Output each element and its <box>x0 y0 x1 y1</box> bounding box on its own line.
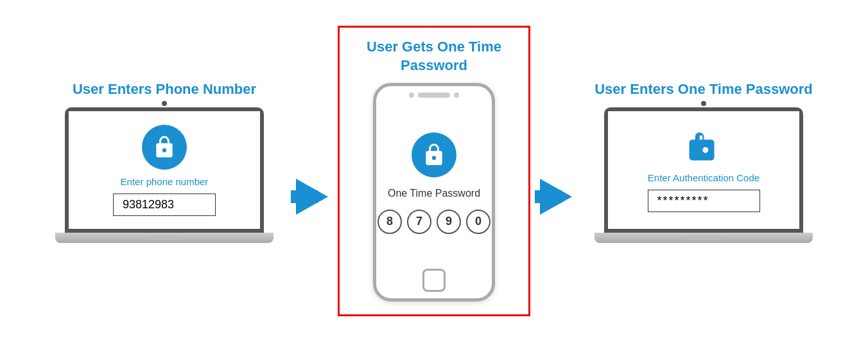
unlock-icon-container <box>686 128 722 166</box>
phone-top-bar <box>376 86 492 98</box>
laptop-screen-inner-1: Enter phone number <box>69 111 260 229</box>
phone-device: One Time Password 8 7 9 0 <box>373 83 495 302</box>
otp-digit-2: 7 <box>407 210 431 234</box>
section-phone-number: User Enters Phone Number Enter phone num… <box>42 80 286 262</box>
arrow-1-container <box>286 179 338 215</box>
laptop-camera-3 <box>701 101 706 106</box>
arrow-2 <box>540 179 572 215</box>
lock-icon-2 <box>422 143 446 167</box>
laptop-screen-outer-1: Enter phone number <box>65 107 264 233</box>
otp-digit-1: 8 <box>378 210 402 234</box>
phone-number-label: Enter phone number <box>121 176 209 187</box>
arrow-2-container <box>530 179 582 215</box>
lock-icon-1 <box>152 135 177 159</box>
otp-digit-3: 9 <box>437 210 461 234</box>
section1-title: User Enters Phone Number <box>73 80 256 99</box>
lock-icon-circle-2 <box>412 132 456 177</box>
phone-number-input[interactable] <box>113 194 216 216</box>
section2-title: User Gets One Time Password <box>346 38 522 75</box>
laptop-screen-inner-2: Enter Authentication Code <box>608 111 799 229</box>
otp-digits-container: 8 7 9 0 <box>378 210 490 234</box>
laptop-screen-outer-2: Enter Authentication Code <box>604 107 803 233</box>
arrow-1 <box>296 179 328 215</box>
laptop-device-1: Enter phone number <box>55 107 273 262</box>
section3-title: User Enters One Time Password <box>595 80 813 99</box>
laptop-base-2 <box>595 233 813 243</box>
phone-home-button <box>422 269 446 292</box>
section-otp-phone: User Gets One Time Password One Time Pas… <box>338 26 530 316</box>
otp-label: One Time Password <box>388 188 480 199</box>
laptop-base-1 <box>55 233 273 243</box>
otp-digit-4: 0 <box>466 210 490 234</box>
laptop-device-2: Enter Authentication Code <box>595 107 813 262</box>
phone-camera-2 <box>454 93 459 98</box>
unlock-icon <box>686 128 722 163</box>
laptop-camera-1 <box>162 101 167 106</box>
section-enter-otp: User Enters One Time Password Enter Auth… <box>582 80 826 262</box>
phone-screen-content: One Time Password 8 7 9 0 <box>371 98 497 269</box>
lock-icon-circle-1 <box>142 125 187 170</box>
phone-camera <box>409 93 414 98</box>
auth-code-input[interactable] <box>648 190 760 212</box>
phone-speaker <box>418 93 450 98</box>
auth-code-label: Enter Authentication Code <box>648 172 759 183</box>
main-container: User Enters Phone Number Enter phone num… <box>0 0 868 342</box>
